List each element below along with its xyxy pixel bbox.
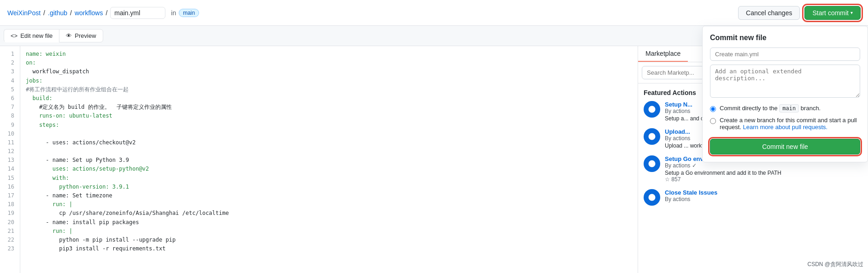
sep2: / bbox=[70, 9, 72, 17]
code-editor[interactable]: 1234567891011121314151617181920212223 na… bbox=[0, 46, 638, 273]
svg-point-2 bbox=[649, 160, 656, 167]
code-line: cp /usr/share/zoneinfo/Asia/Shanghai /et… bbox=[26, 209, 632, 218]
code-line: jobs: bbox=[26, 77, 632, 85]
repo-link[interactable]: WeiXinPost bbox=[7, 9, 41, 17]
top-actions: Cancel changes Start commit ▾ bbox=[738, 6, 861, 20]
commit-description-textarea[interactable] bbox=[710, 65, 860, 98]
action-name: Close Stale Issues bbox=[665, 189, 717, 196]
filename-input[interactable] bbox=[110, 7, 165, 19]
code-line: on: bbox=[26, 59, 632, 67]
action-by: By actions ✓ bbox=[665, 162, 781, 169]
top-bar: WeiXinPost / .github / workflows / in ma… bbox=[0, 0, 868, 26]
in-label: in bbox=[171, 9, 176, 17]
commit-panel-title: Commit new file bbox=[710, 34, 860, 42]
action-item[interactable]: Close Stale Issues By actions bbox=[644, 189, 862, 206]
code-line: run: | bbox=[26, 200, 632, 209]
start-commit-button[interactable]: Start commit ▾ bbox=[804, 6, 861, 20]
workflows-link[interactable]: workflows bbox=[75, 9, 103, 17]
tab-preview-label: Preview bbox=[75, 32, 96, 39]
action-icon bbox=[644, 101, 660, 118]
commit-panel: Commit new file Commit directly to the m… bbox=[702, 26, 868, 162]
code-line: python -m pip install --upgrade pip bbox=[26, 236, 632, 244]
code-line: - name: install pip packages bbox=[26, 218, 632, 227]
start-commit-label: Start commit bbox=[812, 9, 849, 17]
code-line: build: bbox=[26, 94, 632, 103]
tab-marketplace[interactable]: Marketplace bbox=[638, 46, 688, 62]
line-numbers: 1234567891011121314151617181920212223 bbox=[0, 46, 20, 273]
action-icon bbox=[644, 189, 660, 206]
new-branch-radio[interactable] bbox=[710, 118, 716, 124]
code-line: runs-on: ubuntu-latest bbox=[26, 112, 632, 120]
code-line: #将工作流程中运行的所有作业组合在一起 bbox=[26, 85, 632, 94]
code-line: uses: actions/setup-python@v2 bbox=[26, 165, 632, 173]
code-icon: <> bbox=[11, 32, 18, 39]
code-line: steps: bbox=[26, 121, 632, 130]
code-line: with: bbox=[26, 174, 632, 183]
eye-icon: 👁 bbox=[66, 32, 72, 39]
editor-pane: 1234567891011121314151617181920212223 na… bbox=[0, 46, 638, 273]
code-line: - uses: actions/checkout@v2 bbox=[26, 138, 632, 147]
code-line: - name: Set timezone bbox=[26, 191, 632, 200]
code-line bbox=[26, 147, 632, 156]
new-branch-option: Create a new branch for this commit and … bbox=[710, 117, 860, 131]
svg-point-1 bbox=[649, 133, 656, 140]
commit-new-file-button[interactable]: Commit new file bbox=[710, 139, 860, 154]
commit-direct-option: Commit directly to the main branch. bbox=[710, 105, 860, 112]
breadcrumb: WeiXinPost / .github / workflows / in ma… bbox=[7, 7, 199, 19]
code-line: #定义名为 build 的作业。 子键将定义作业的属性 bbox=[26, 103, 632, 112]
commit-direct-label: Commit directly to the main branch. bbox=[720, 105, 821, 112]
action-desc: Setup a Go environment and add it to the… bbox=[665, 170, 781, 176]
code-line: run: | bbox=[26, 227, 632, 236]
action-icon bbox=[644, 128, 660, 145]
commit-direct-radio[interactable] bbox=[710, 106, 716, 112]
code-line: name: weixin bbox=[26, 50, 632, 59]
action-by: By actions bbox=[665, 196, 717, 202]
tab-edit[interactable]: <> Edit new file bbox=[4, 29, 59, 42]
dropdown-arrow-icon: ▾ bbox=[850, 10, 853, 15]
github-link[interactable]: .github bbox=[48, 9, 67, 17]
code-content[interactable]: name: weixinon: workflow_dispatchjobs:#将… bbox=[20, 46, 638, 273]
code-line: python-version: 3.9.1 bbox=[26, 183, 632, 191]
pull-request-link[interactable]: Learn more about pull requests. bbox=[743, 124, 828, 131]
sep3: / bbox=[106, 9, 107, 17]
new-branch-label: Create a new branch for this commit and … bbox=[720, 117, 860, 131]
cancel-changes-button[interactable]: Cancel changes bbox=[738, 6, 800, 20]
action-stars: ☆ 857 bbox=[665, 176, 781, 183]
branch-name-badge: main bbox=[779, 104, 799, 113]
code-line bbox=[26, 130, 632, 138]
svg-point-3 bbox=[649, 194, 656, 201]
sep1: / bbox=[43, 9, 45, 17]
tab-edit-label: Edit new file bbox=[20, 32, 53, 39]
code-line: - name: Set up Python 3.9 bbox=[26, 156, 632, 165]
svg-point-0 bbox=[649, 106, 656, 113]
code-line: workflow_dispatch bbox=[26, 67, 632, 76]
action-info: Close Stale Issues By actions bbox=[665, 189, 717, 203]
code-line: pip3 install -r requirements.txt bbox=[26, 244, 632, 253]
commit-message-input[interactable] bbox=[710, 47, 860, 61]
branch-badge: main bbox=[179, 9, 199, 17]
tab-preview[interactable]: 👁 Preview bbox=[59, 29, 103, 42]
editor-tabs: <> Edit new file 👁 Preview bbox=[4, 29, 103, 42]
action-icon bbox=[644, 155, 660, 172]
